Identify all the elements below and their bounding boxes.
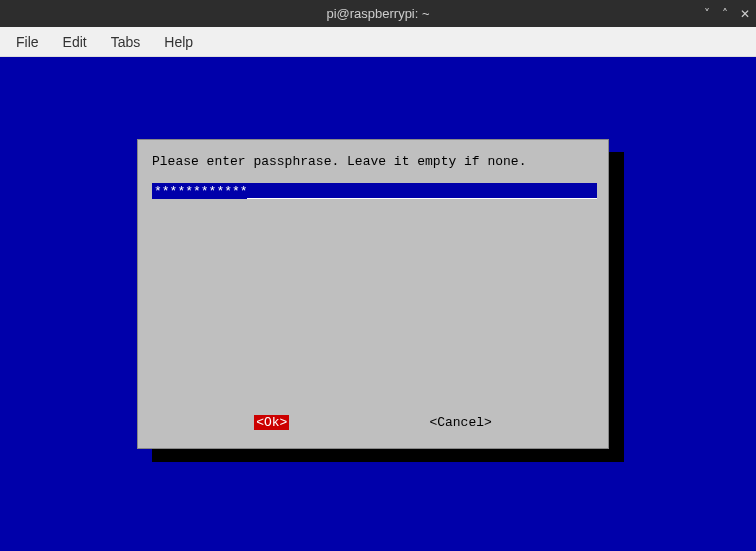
menu-tabs[interactable]: Tabs — [101, 30, 151, 54]
close-icon[interactable]: ✕ — [740, 7, 750, 21]
window-controls: ˅ ˄ ✕ — [704, 7, 750, 21]
dialog-buttons: <Ok> <Cancel> — [138, 415, 608, 430]
menu-edit[interactable]: Edit — [53, 30, 97, 54]
window-title: pi@raspberrypi: ~ — [326, 6, 429, 21]
dialog-prompt: Please enter passphrase. Leave it empty … — [152, 154, 594, 169]
input-underline — [247, 198, 597, 199]
passphrase-dialog: Please enter passphrase. Leave it empty … — [137, 139, 609, 449]
menu-help[interactable]: Help — [154, 30, 203, 54]
menubar: File Edit Tabs Help — [0, 27, 756, 57]
cancel-button[interactable]: <Cancel> — [429, 415, 491, 430]
window-titlebar: pi@raspberrypi: ~ ˅ ˄ ✕ — [0, 0, 756, 27]
minimize-icon[interactable]: ˅ — [704, 7, 710, 21]
passphrase-input[interactable]: ************ — [152, 183, 597, 199]
menu-file[interactable]: File — [6, 30, 49, 54]
terminal-area: Please enter passphrase. Leave it empty … — [0, 57, 756, 551]
maximize-icon[interactable]: ˄ — [722, 7, 728, 21]
ok-button[interactable]: <Ok> — [254, 415, 289, 430]
passphrase-masked-value: ************ — [152, 184, 248, 199]
